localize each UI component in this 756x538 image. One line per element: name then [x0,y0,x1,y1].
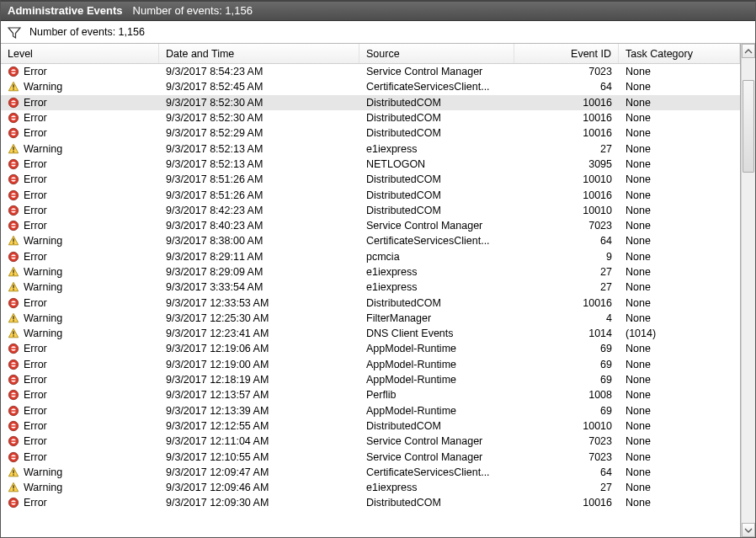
cell-task: None [619,205,740,216]
table-row[interactable]: Error9/3/2017 8:52:30 AMDistributedCOM10… [1,110,740,125]
cell-task: None [619,374,740,386]
warning-icon [8,466,19,478]
cell-level: Warning [1,466,159,478]
table-row[interactable]: Warning9/3/2017 12:09:47 AMCertificateSe… [1,465,740,480]
cell-task: None [619,420,740,432]
column-header-source[interactable]: Source [359,44,514,63]
error-icon [8,220,19,232]
cell-task: None [619,97,740,109]
cell-source: Service Control Manager [359,435,514,447]
cell-source: NETLOGON [359,158,514,170]
scroll-up-button[interactable] [742,44,755,58]
scroll-down-button[interactable] [742,523,755,537]
cell-source: DistributedCOM [359,420,514,432]
table-row[interactable]: Error9/3/2017 12:19:06 AMAppModel-Runtim… [1,341,740,356]
table-row[interactable]: Error9/3/2017 12:11:04 AMService Control… [1,434,740,449]
cell-eventid: 27 [514,266,619,278]
filter-icon[interactable] [8,26,19,38]
cell-task: None [619,466,740,478]
table-row[interactable]: Warning9/3/2017 12:23:41 AMDNS Client Ev… [1,326,740,341]
cell-datetime: 9/3/2017 12:10:55 AM [159,451,359,463]
column-header-datetime[interactable]: Date and Time [159,44,359,63]
table-row[interactable]: Error9/3/2017 8:54:23 AMService Control … [1,64,740,79]
cell-level: Error [1,97,159,109]
cell-datetime: 9/3/2017 3:33:54 AM [159,281,359,293]
cell-level: Error [1,451,159,463]
vertical-scrollbar[interactable] [741,44,755,537]
cell-source: e1iexpress [359,482,514,493]
table-row[interactable]: Error9/3/2017 8:40:23 AMService Control … [1,218,740,233]
error-icon [8,497,19,509]
column-header-task[interactable]: Task Category [619,44,740,63]
error-icon [8,420,19,432]
cell-datetime: 9/3/2017 8:40:23 AM [159,220,359,232]
cell-task: None [619,143,740,155]
cell-eventid: 10016 [514,112,619,124]
cell-eventid: 1008 [514,389,619,401]
cell-datetime: 9/3/2017 12:12:55 AM [159,420,359,432]
cell-source: FilterManager [359,312,514,324]
cell-datetime: 9/3/2017 12:09:30 AM [159,497,359,509]
table-row[interactable]: Warning9/3/2017 8:52:13 AMe1iexpress27No… [1,141,740,156]
table-row[interactable]: Error9/3/2017 12:09:30 AMDistributedCOM1… [1,495,740,510]
table-row[interactable]: Error9/3/2017 8:52:13 AMNETLOGON3095None [1,157,740,172]
svg-rect-42 [11,302,16,304]
scroll-rail[interactable] [742,58,755,523]
error-icon [8,405,19,417]
level-label: Warning [24,312,62,324]
table-row[interactable]: Error9/3/2017 8:51:26 AMDistributedCOM10… [1,172,740,187]
table-row[interactable]: Warning9/3/2017 8:52:45 AMCertificateSer… [1,79,740,94]
table-row[interactable]: Warning9/3/2017 8:38:00 AMCertificateSer… [1,233,740,248]
column-header-level[interactable]: Level [1,44,159,63]
table-row[interactable]: Error9/3/2017 8:42:23 AMDistributedCOM10… [1,203,740,218]
cell-level: Error [1,374,159,386]
table-row[interactable]: Error9/3/2017 8:52:29 AMDistributedCOM10… [1,125,740,141]
cell-datetime: 9/3/2017 12:18:19 AM [159,374,359,386]
svg-rect-21 [11,178,16,180]
cell-eventid: 10016 [514,127,619,139]
cell-eventid: 64 [514,235,619,247]
level-label: Warning [24,235,62,247]
cell-level: Error [1,435,159,447]
table-row[interactable]: Error9/3/2017 12:10:55 AMService Control… [1,449,740,464]
table-row[interactable]: Error9/3/2017 8:51:26 AMDistributedCOM10… [1,187,740,202]
cell-level: Error [1,405,159,417]
cell-source: DistributedCOM [359,297,514,309]
level-label: Error [24,112,47,124]
cell-source: DNS Client Events [359,328,514,339]
cell-source: AppModel-Runtime [359,343,514,354]
event-count-filter: Number of events: 1,156 [29,26,145,38]
cell-datetime: 9/3/2017 12:19:00 AM [159,359,359,370]
cell-eventid: 27 [514,143,619,155]
cell-source: CertificateServicesClient... [359,81,514,93]
cell-source: Service Control Manager [359,451,514,463]
table-row[interactable]: Error9/3/2017 12:13:57 AMPerflib1008None [1,387,740,402]
table-row[interactable]: Error9/3/2017 8:52:30 AMDistributedCOM10… [1,95,740,110]
cell-eventid: 69 [514,343,619,354]
column-header-eventid[interactable]: Event ID [514,44,619,63]
cell-level: Error [1,205,159,216]
table-row[interactable]: Warning9/3/2017 12:25:30 AMFilterManager… [1,311,740,326]
cell-source: AppModel-Runtime [359,359,514,370]
cell-level: Error [1,343,159,354]
table-row[interactable]: Error9/3/2017 12:19:00 AMAppModel-Runtim… [1,357,740,372]
cell-task: None [619,312,740,324]
table-row[interactable]: Error9/3/2017 12:33:53 AMDistributedCOM1… [1,295,740,310]
level-label: Error [24,420,47,432]
scroll-thumb[interactable] [743,80,754,173]
cell-level: Error [1,173,159,185]
table-row[interactable]: Warning9/3/2017 3:33:54 AMe1iexpress27No… [1,280,740,295]
table-row[interactable]: Error9/3/2017 12:12:55 AMDistributedCOM1… [1,418,740,434]
table-row[interactable]: Error9/3/2017 12:13:39 AMAppModel-Runtim… [1,403,740,418]
cell-datetime: 9/3/2017 12:19:06 AM [159,343,359,354]
table-row[interactable]: Warning9/3/2017 8:29:09 AMe1iexpress27No… [1,264,740,280]
cell-source: DistributedCOM [359,189,514,201]
cell-datetime: 9/3/2017 12:23:41 AM [159,328,359,339]
table-row[interactable]: Error9/3/2017 12:18:19 AMAppModel-Runtim… [1,372,740,387]
error-icon [8,158,19,170]
cell-task: None [619,435,740,447]
svg-rect-2 [11,71,16,72]
table-row[interactable]: Error9/3/2017 8:29:11 AMpcmcia9None [1,249,740,264]
cell-datetime: 9/3/2017 12:25:30 AM [159,312,359,324]
table-row[interactable]: Warning9/3/2017 12:09:46 AMe1iexpress27N… [1,480,740,495]
